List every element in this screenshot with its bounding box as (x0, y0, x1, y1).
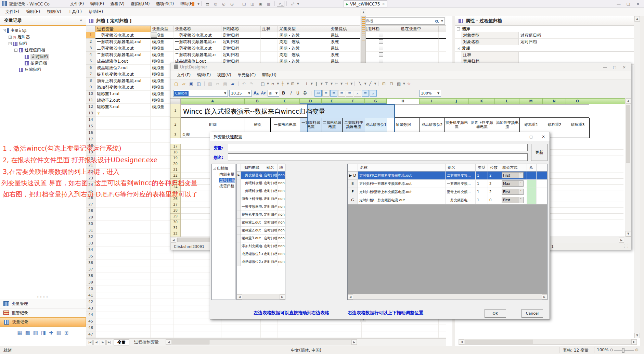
table-row[interactable]: 1一剪变频器电流.out模拟量…一剪变频器电流.out定时归档周期 - 连续系统 (86, 32, 446, 39)
cell[interactable]: 模拟量 (151, 52, 173, 58)
disable-archive-checkbox[interactable] (379, 52, 383, 57)
property-value[interactable]: 定时归档 (519, 39, 634, 45)
curve-row[interactable]: 成品罐液位1.out定时归档none (237, 250, 285, 258)
row-number[interactable]: 19 (86, 149, 95, 156)
chevron-down-icon[interactable]: ▼ (247, 92, 252, 95)
underline-icon[interactable]: U (295, 90, 301, 97)
chevron-down-icon[interactable]: ▼ (374, 82, 376, 85)
cell[interactable] (261, 39, 278, 45)
row-number[interactable]: 13 (86, 110, 95, 117)
cell[interactable] (151, 273, 173, 279)
cell[interactable]: 定时归档 (221, 45, 261, 52)
row-header-30[interactable]: 30 (170, 219, 181, 225)
scroll-up-icon[interactable]: ▲ (626, 98, 631, 104)
align-left-icon[interactable]: ≡ (322, 90, 330, 97)
cell[interactable] (221, 331, 261, 338)
column-header-位数[interactable]: 位数 (488, 164, 500, 172)
cell[interactable] (95, 234, 151, 240)
cell[interactable]: 周期 - 连续 (278, 39, 329, 45)
enable-cell[interactable] (527, 196, 537, 204)
row-selector[interactable] (237, 203, 241, 211)
cell[interactable] (151, 260, 173, 266)
snapshot-take-icon[interactable]: ◴ (212, 1, 219, 7)
row-header-22[interactable]: 22 (170, 173, 181, 179)
row-header-27[interactable]: 27 (170, 202, 181, 208)
cell[interactable] (95, 247, 151, 253)
nav-button-变量记录[interactable]: 变量记录 (0, 317, 86, 327)
vm-menu-4[interactable]: 选项卡(T) (153, 0, 177, 8)
column-header-H[interactable]: H (387, 98, 420, 104)
bold-icon[interactable]: B (281, 90, 286, 97)
console-view-icon[interactable]: >_ (277, 1, 284, 7)
chevron-down-icon[interactable]: ▼ (223, 92, 228, 95)
border-right-icon[interactable]: ⊣ (343, 80, 350, 87)
cell[interactable] (362, 331, 399, 338)
chevron-down-icon[interactable]: ▼ (277, 82, 279, 85)
row-number[interactable]: 10 (86, 91, 95, 97)
cell[interactable] (173, 331, 221, 338)
row-number[interactable]: 39 (86, 279, 95, 286)
cell[interactable] (151, 279, 173, 286)
curve-row[interactable]: 罐称重2.out定时归档none (237, 227, 285, 235)
cell[interactable] (362, 52, 399, 58)
chevron-down-icon[interactable]: ˅ (518, 181, 523, 186)
cell[interactable] (95, 318, 151, 325)
cell[interactable] (95, 156, 151, 162)
column-header-L[interactable]: L (495, 98, 519, 104)
row-header-3[interactable]: 3 (170, 132, 181, 138)
row-number[interactable]: 18 (86, 143, 95, 149)
vm-menu-1[interactable]: 编辑(E) (87, 0, 107, 8)
cell[interactable] (95, 305, 151, 312)
scroll-right-icon[interactable]: ▶ (280, 294, 285, 300)
align-center-icon[interactable]: ≡ (330, 90, 337, 97)
sheet-vertical-scrollbar[interactable]: ▲ ▼ (625, 98, 631, 237)
scroll-right-icon[interactable]: ▶ (619, 238, 624, 243)
chevron-down-icon[interactable]: ▼ (311, 82, 313, 85)
search-icon[interactable] (435, 20, 438, 23)
tree-item-过程值归档[interactable]: -过程值归档 (0, 47, 86, 53)
cell[interactable] (261, 325, 278, 331)
minimize-button[interactable]: ― (600, 64, 610, 71)
cell[interactable]: 一剪变频器电流.out (173, 32, 221, 39)
cell[interactable] (95, 214, 151, 221)
tab-变量[interactable]: 变量 (114, 339, 129, 345)
cell[interactable] (95, 201, 151, 208)
cell[interactable] (151, 325, 173, 331)
strikethrough-icon[interactable]: Đ (302, 90, 308, 97)
scroll-down-icon[interactable]: ▼ (626, 231, 631, 237)
row-number[interactable]: 45 (86, 318, 95, 325)
row-number[interactable]: 20 (86, 156, 95, 162)
designer-menu-4[interactable]: 帮助(H) (259, 71, 280, 79)
cell[interactable] (95, 169, 151, 175)
cell[interactable] (95, 123, 151, 130)
column-header-O[interactable]: O (566, 98, 589, 104)
designer-titlebar[interactable]: UrptDesigner ― ▢ × (170, 63, 631, 71)
cell[interactable] (95, 253, 151, 260)
vm-tab[interactable]: ▶ VM_cWINCC75 × (344, 0, 387, 8)
tree-expander-icon[interactable]: + (9, 36, 12, 39)
chevron-down-icon[interactable]: ▼ (331, 82, 333, 85)
cell[interactable]: 定时归档 (221, 52, 261, 58)
binding-row-F[interactable]: F定时归档\沥青上料变频器电流.out沥青上料变频...12First˅ (348, 188, 547, 196)
cell[interactable] (399, 52, 439, 58)
row-header-20[interactable]: 20 (170, 161, 181, 167)
property-value[interactable]: 过程值归档 (519, 32, 634, 39)
cancel-button[interactable]: Cancel (521, 309, 543, 318)
sheet-cell[interactable]: 罐称重1 (520, 118, 543, 132)
cell[interactable] (261, 45, 278, 52)
row-number[interactable]: 5 (86, 58, 95, 65)
row-header-18[interactable]: 18 (170, 150, 181, 155)
value-method-combo[interactable]: First˅ (502, 189, 524, 195)
variable-input[interactable] (228, 144, 528, 151)
row-number[interactable]: 3 (86, 45, 95, 52)
column-header-取值方式[interactable]: 取值方式 (500, 164, 527, 172)
zoom-in-icon[interactable]: ⊕ (635, 347, 639, 352)
row-selector[interactable] (237, 195, 241, 203)
align-right-icon[interactable]: ≡ (338, 90, 345, 97)
vm-menu-3[interactable]: 虚拟机(M) (128, 0, 153, 8)
archive-small-icon[interactable]: ▩ (25, 330, 30, 336)
tree-item-定时归档[interactable]: 定时归档 (219, 177, 235, 183)
sheet-cell[interactable]: 一剪电机电流 (271, 118, 300, 132)
cell[interactable] (261, 32, 278, 39)
column-header-G[interactable]: G (365, 98, 387, 104)
